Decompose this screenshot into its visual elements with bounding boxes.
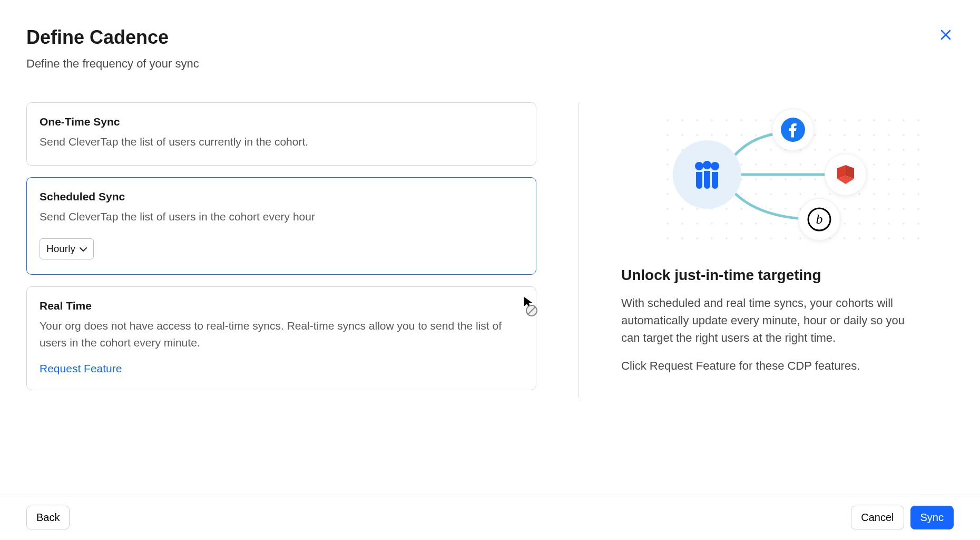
- people-icon: [673, 140, 741, 209]
- frequency-value: Hourly: [46, 243, 75, 255]
- option-title: One-Time Sync: [40, 115, 523, 128]
- svg-point-4: [703, 161, 711, 169]
- facebook-icon: [772, 109, 814, 151]
- info-paragraph: Click Request Feature for these CDP feat…: [621, 357, 916, 374]
- request-feature-link[interactable]: Request Feature: [40, 362, 122, 375]
- cancel-button[interactable]: Cancel: [851, 506, 904, 529]
- option-desc: Send CleverTap the list of users in the …: [40, 208, 523, 225]
- info-paragraph: With scheduled and real time syncs, your…: [621, 294, 916, 346]
- option-desc: Your org does not have access to real-ti…: [40, 317, 523, 351]
- page-subtitle: Define the frequency of your sync: [26, 57, 199, 71]
- option-scheduled-sync[interactable]: Scheduled Sync Send CleverTap the list o…: [26, 177, 536, 275]
- targeting-diagram: b: [656, 109, 919, 240]
- option-title: Scheduled Sync: [40, 190, 523, 203]
- svg-point-5: [711, 162, 719, 170]
- cadence-options: One-Time Sync Send CleverTap the list of…: [26, 102, 536, 540]
- circle-b-logo-icon: b: [798, 198, 840, 240]
- sync-button[interactable]: Sync: [910, 506, 954, 529]
- close-button[interactable]: [938, 26, 954, 45]
- chevron-down-icon: [80, 245, 87, 254]
- info-panel: b Unlock just-in-time targeting With sch…: [579, 102, 954, 398]
- back-button[interactable]: Back: [26, 506, 70, 529]
- option-one-time-sync[interactable]: One-Time Sync Send CleverTap the list of…: [26, 102, 536, 166]
- option-title: Real Time: [40, 300, 523, 312]
- option-real-time[interactable]: Real Time Your org does not have access …: [26, 286, 536, 390]
- info-title: Unlock just-in-time targeting: [621, 267, 954, 284]
- svg-text:b: b: [816, 211, 822, 227]
- footer-bar: Back Cancel Sync: [0, 495, 980, 540]
- page-title: Define Cadence: [26, 26, 199, 49]
- option-desc: Send CleverTap the list of users current…: [40, 133, 523, 150]
- close-icon: [940, 27, 952, 44]
- svg-point-3: [695, 162, 703, 170]
- frequency-select[interactable]: Hourly: [40, 238, 94, 259]
- aws-icon: [825, 153, 867, 196]
